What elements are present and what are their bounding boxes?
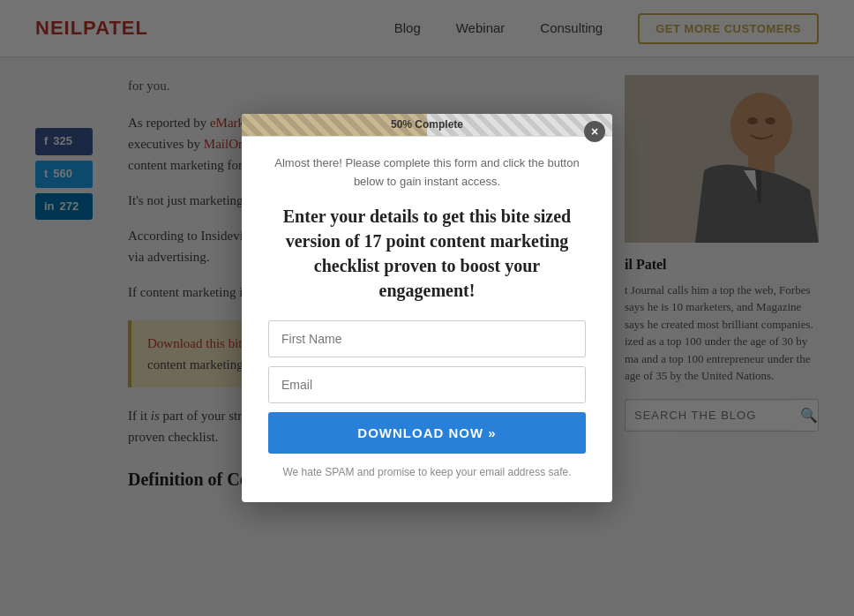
progress-bar-area: 50% Complete [242, 114, 612, 137]
email-input[interactable] [268, 366, 586, 403]
modal-dialog: × 50% Complete Almost there! Please comp… [242, 114, 612, 502]
modal-overlay[interactable]: × 50% Complete Almost there! Please comp… [0, 0, 854, 511]
progress-label: 50% Complete [391, 116, 463, 133]
first-name-input[interactable] [268, 320, 586, 357]
modal-title: Enter your details to get this bite size… [268, 204, 586, 303]
modal-disclaimer: We hate SPAM and promise to keep your em… [268, 464, 586, 481]
modal-close-button[interactable]: × [584, 121, 605, 142]
modal-subtitle: Almost there! Please complete this form … [268, 154, 586, 192]
modal-body: Almost there! Please complete this form … [242, 137, 612, 502]
download-now-button[interactable]: DOWNLOAD NOW » [268, 412, 586, 454]
